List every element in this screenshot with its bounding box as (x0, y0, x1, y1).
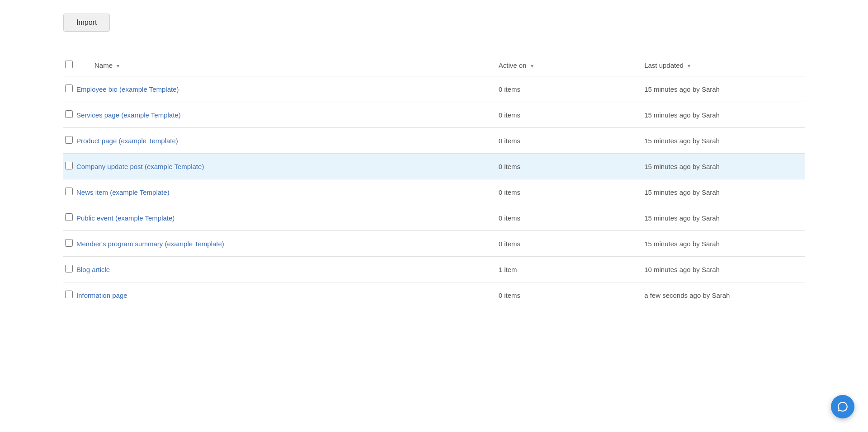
row-checkbox-4[interactable] (65, 188, 73, 195)
template-name-link[interactable]: News item (example Template) (76, 188, 170, 196)
row-name-cell: Member's program summary (example Templa… (76, 231, 499, 257)
row-active-on-cell: 0 items (499, 76, 644, 102)
row-checkbox-7[interactable] (65, 265, 73, 272)
row-active-on-cell: 0 items (499, 128, 644, 154)
row-active-on-cell: 0 items (499, 154, 644, 179)
row-last-updated-cell: 15 minutes ago by Sarah (644, 76, 805, 102)
row-last-updated-cell: 15 minutes ago by Sarah (644, 205, 805, 231)
row-name-cell: Company update post (example Template) (76, 154, 499, 179)
template-name-link[interactable]: Blog article (76, 266, 110, 273)
last-updated-sort-icon[interactable]: ▾ (688, 63, 690, 69)
table-row: Company update post (example Template) 0… (63, 154, 805, 179)
row-name-cell: Blog article (76, 257, 499, 282)
row-checkbox-cell (63, 257, 76, 282)
row-checkbox-5[interactable] (65, 213, 73, 221)
row-last-updated-cell: 15 minutes ago by Sarah (644, 179, 805, 205)
column-name-label: Name (94, 61, 113, 69)
row-checkbox-8[interactable] (65, 291, 73, 298)
row-checkbox-cell (63, 282, 76, 308)
column-header-name: Name ▾ (76, 54, 499, 76)
row-active-on-cell: 0 items (499, 179, 644, 205)
row-name-cell: Product page (example Template) (76, 128, 499, 154)
row-checkbox-cell (63, 154, 76, 179)
template-name-link[interactable]: Services page (example Template) (76, 111, 181, 119)
row-name-cell: Services page (example Template) (76, 102, 499, 128)
template-name-link[interactable]: Company update post (example Template) (76, 163, 204, 170)
row-active-on-cell: 0 items (499, 102, 644, 128)
name-sort-icon[interactable]: ▾ (117, 63, 119, 69)
row-active-on-cell: 0 items (499, 282, 644, 308)
column-last-updated-label: Last updated (644, 61, 684, 69)
table-row: Blog article 1 item 10 minutes ago by Sa… (63, 257, 805, 282)
template-name-link[interactable]: Information page (76, 291, 127, 299)
row-checkbox-2[interactable] (65, 136, 73, 144)
select-all-checkbox[interactable] (65, 61, 73, 68)
chat-support-button[interactable] (831, 395, 854, 418)
row-name-cell: Public event (example Template) (76, 205, 499, 231)
select-all-checkbox-cell (63, 54, 76, 76)
row-last-updated-cell: 15 minutes ago by Sarah (644, 154, 805, 179)
row-checkbox-cell (63, 128, 76, 154)
table-row: Information page 0 items a few seconds a… (63, 282, 805, 308)
row-name-cell: Employee bio (example Template) (76, 76, 499, 102)
row-name-cell: News item (example Template) (76, 179, 499, 205)
row-checkbox-cell (63, 76, 76, 102)
chat-icon (837, 401, 849, 413)
row-last-updated-cell: 15 minutes ago by Sarah (644, 102, 805, 128)
template-name-link[interactable]: Member's program summary (example Templa… (76, 240, 224, 248)
table-row: Member's program summary (example Templa… (63, 231, 805, 257)
table-row: Public event (example Template) 0 items … (63, 205, 805, 231)
template-name-link[interactable]: Employee bio (example Template) (76, 85, 179, 93)
page-container: Import Name ▾ Active on ▾ Last updated ▾ (0, 0, 868, 432)
template-name-link[interactable]: Product page (example Template) (76, 137, 178, 145)
row-last-updated-cell: 15 minutes ago by Sarah (644, 128, 805, 154)
row-checkbox-cell (63, 231, 76, 257)
row-checkbox-0[interactable] (65, 85, 73, 92)
row-last-updated-cell: 15 minutes ago by Sarah (644, 231, 805, 257)
table-body: Employee bio (example Template) 0 items … (63, 76, 805, 308)
template-name-link[interactable]: Public event (example Template) (76, 214, 175, 222)
import-button[interactable]: Import (63, 14, 110, 32)
row-active-on-cell: 0 items (499, 231, 644, 257)
table-row: Employee bio (example Template) 0 items … (63, 76, 805, 102)
column-header-active-on: Active on ▾ (499, 54, 644, 76)
table-row: Product page (example Template) 0 items … (63, 128, 805, 154)
row-name-cell: Information page (76, 282, 499, 308)
row-checkbox-3[interactable] (65, 162, 73, 169)
templates-table: Name ▾ Active on ▾ Last updated ▾ Employ… (63, 54, 805, 308)
column-header-last-updated: Last updated ▾ (644, 54, 805, 76)
table-row: Services page (example Template) 0 items… (63, 102, 805, 128)
column-active-on-label: Active on (499, 61, 527, 69)
row-last-updated-cell: 10 minutes ago by Sarah (644, 257, 805, 282)
row-checkbox-cell (63, 205, 76, 231)
row-checkbox-cell (63, 179, 76, 205)
active-on-sort-icon[interactable]: ▾ (531, 63, 533, 69)
row-active-on-cell: 0 items (499, 205, 644, 231)
row-checkbox-cell (63, 102, 76, 128)
table-row: News item (example Template) 0 items 15 … (63, 179, 805, 205)
row-last-updated-cell: a few seconds ago by Sarah (644, 282, 805, 308)
table-header-row: Name ▾ Active on ▾ Last updated ▾ (63, 54, 805, 76)
row-active-on-cell: 1 item (499, 257, 644, 282)
row-checkbox-6[interactable] (65, 239, 73, 247)
row-checkbox-1[interactable] (65, 110, 73, 118)
